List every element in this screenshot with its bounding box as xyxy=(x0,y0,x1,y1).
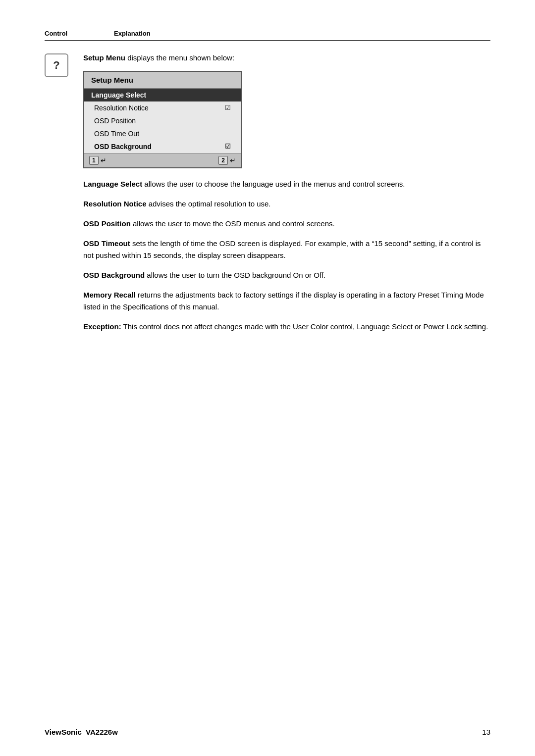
footer-brand-name: ViewSonic xyxy=(45,728,82,736)
desc-bold-exception: Exception: xyxy=(83,322,121,331)
header-explanation-label: Explanation xyxy=(114,30,151,37)
desc-text-exception: This control does not affect changes mad… xyxy=(121,322,488,331)
desc-text-language-select: allows the user to choose the language u… xyxy=(142,180,405,188)
menu-item-osd-background[interactable]: OSD Background ☑ xyxy=(84,140,241,153)
desc-bold-osd-position: OSD Position xyxy=(83,219,131,228)
desc-bold-resolution-notice: Resolution Notice xyxy=(83,200,147,208)
desc-bold-osd-timeout: OSD Timeout xyxy=(83,239,130,248)
menu-item-label-resolution-notice: Resolution Notice xyxy=(94,104,149,112)
menu-item-label-language-select: Language Select xyxy=(91,91,146,99)
checkbox-resolution-notice: ☑ xyxy=(225,104,231,111)
desc-memory-recall: Memory Recall returns the adjustments ba… xyxy=(83,289,490,313)
desc-osd-background: OSD Background allows the user to turn t… xyxy=(83,269,490,281)
menu-item-osd-position[interactable]: OSD Position xyxy=(84,114,241,127)
btn-num-2: 2 xyxy=(218,156,228,165)
header-control-label: Control xyxy=(45,30,114,37)
desc-text-osd-position: allows the user to move the OSD menus an… xyxy=(131,219,335,228)
desc-bold-memory-recall: Memory Recall xyxy=(83,291,136,299)
desc-language-select: Language Select allows the user to choos… xyxy=(83,178,490,190)
intro-text: Setup Menu displays the menu shown below… xyxy=(83,52,490,64)
header-row: Control Explanation xyxy=(45,30,490,41)
page-container: Control Explanation ? Setup Menu display… xyxy=(0,0,535,756)
desc-text-resolution-notice: advises the optimal resolution to use. xyxy=(147,200,271,208)
setup-menu-title: Setup Menu xyxy=(84,72,241,89)
btn-num-1: 1 xyxy=(89,156,99,165)
btn-icon-2: ↵ xyxy=(230,156,236,164)
desc-bold-osd-background: OSD Background xyxy=(83,271,145,279)
menu-item-label-osd-timeout: OSD Time Out xyxy=(94,130,139,138)
desc-osd-position: OSD Position allows the user to move the… xyxy=(83,218,490,230)
setup-menu-box: Setup Menu Language Select Resolution No… xyxy=(83,71,242,168)
footer-btn-2[interactable]: 2 ↵ xyxy=(218,156,236,165)
desc-resolution-notice: Resolution Notice advises the optimal re… xyxy=(83,198,490,210)
footer-page-number: 13 xyxy=(482,728,490,736)
setup-menu-footer: 1 ↵ 2 ↵ xyxy=(84,153,241,167)
intro-rest: displays the menu shown below: xyxy=(125,53,234,62)
page-footer: ViewSonic VA2226w 13 xyxy=(45,728,490,736)
control-icon-box: ? xyxy=(45,53,68,77)
desc-text-osd-timeout: sets the length of time the OSD screen i… xyxy=(83,239,481,259)
question-mark-icon: ? xyxy=(53,59,59,72)
content-row: ? Setup Menu displays the menu shown bel… xyxy=(45,52,490,341)
desc-text-memory-recall: returns the adjustments back to factory … xyxy=(83,291,484,311)
footer-model: VA2226w xyxy=(86,728,118,736)
checkbox-osd-background: ☑ xyxy=(225,143,231,150)
desc-osd-timeout: OSD Timeout sets the length of time the … xyxy=(83,238,490,261)
desc-bold-language-select: Language Select xyxy=(83,180,142,188)
menu-item-label-osd-position: OSD Position xyxy=(94,117,136,125)
footer-brand: ViewSonic VA2226w xyxy=(45,728,118,736)
menu-item-osd-timeout[interactable]: OSD Time Out xyxy=(84,127,241,140)
explanation-content: Setup Menu displays the menu shown below… xyxy=(83,52,490,341)
menu-item-resolution-notice[interactable]: Resolution Notice ☑ xyxy=(84,101,241,114)
footer-btn-1[interactable]: 1 ↵ xyxy=(89,156,107,165)
desc-text-osd-background: allows the user to turn the OSD backgrou… xyxy=(145,271,325,279)
menu-item-language-select[interactable]: Language Select xyxy=(84,89,241,101)
menu-item-label-osd-background: OSD Background xyxy=(94,143,152,151)
btn-icon-1: ↵ xyxy=(101,156,107,164)
intro-bold: Setup Menu xyxy=(83,53,125,62)
desc-exception: Exception: This control does not affect … xyxy=(83,321,490,333)
